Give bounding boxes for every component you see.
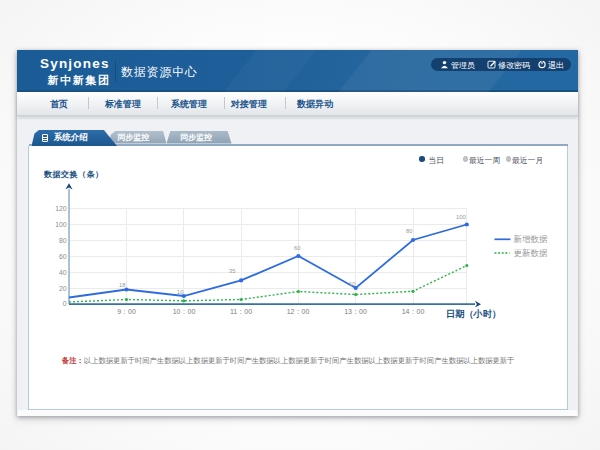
svg-text:12：00: 12：00 (287, 308, 310, 315)
svg-text:更新数据: 更新数据 (514, 248, 549, 258)
svg-text:日期（小时）: 日期（小时） (446, 309, 501, 319)
svg-text:管理员: 管理员 (451, 61, 475, 70)
svg-text:9：00: 9：00 (117, 308, 136, 315)
svg-text:10: 10 (177, 289, 183, 295)
svg-text:80: 80 (59, 237, 67, 244)
svg-text:11：00: 11：00 (230, 308, 252, 315)
svg-text:100: 100 (456, 214, 466, 220)
svg-text:60: 60 (294, 245, 300, 251)
svg-text:35: 35 (229, 268, 235, 274)
svg-text:100: 100 (55, 221, 67, 228)
svg-text:60: 60 (59, 253, 67, 260)
svg-text:退出: 退出 (548, 60, 564, 70)
svg-text:10：00: 10：00 (173, 308, 196, 315)
svg-text:修改密码: 修改密码 (498, 61, 530, 70)
svg-text:120: 120 (55, 205, 67, 212)
svg-text:0: 0 (63, 300, 67, 307)
svg-text:14：00: 14：00 (402, 308, 425, 315)
svg-text:20: 20 (59, 285, 67, 292)
svg-text:80: 80 (406, 228, 412, 234)
svg-text:新增数据: 新增数据 (514, 234, 549, 244)
svg-text:18: 18 (119, 282, 125, 288)
svg-text:40: 40 (59, 269, 67, 276)
svg-text:13：00: 13：00 (344, 308, 367, 315)
svg-text:10: 10 (349, 281, 355, 287)
